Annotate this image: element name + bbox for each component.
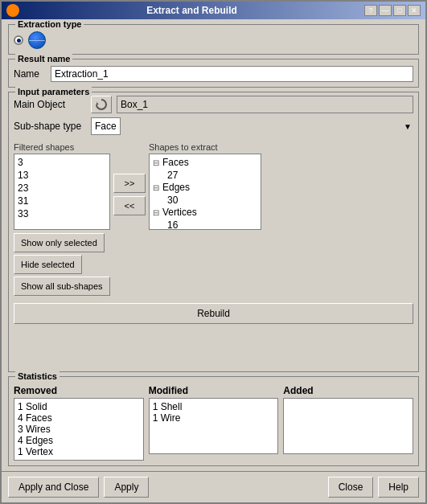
filtered-shapes-col: Filtered shapes 3 13 23 31 33 bbox=[14, 142, 110, 230]
modified-list: 1 Shell 1 Wire bbox=[149, 398, 279, 454]
tree-item-faces: ⊟ Faces bbox=[151, 156, 259, 169]
list-item[interactable]: 13 bbox=[16, 169, 108, 182]
result-name-label: Result name bbox=[15, 54, 72, 64]
expand-icon[interactable]: ⊟ bbox=[153, 158, 161, 167]
tree-faces-count: 27 bbox=[151, 169, 259, 181]
close-btn[interactable]: Close bbox=[328, 477, 374, 498]
list-item[interactable]: 3 bbox=[16, 156, 108, 169]
help-btn[interactable]: Help bbox=[378, 477, 419, 498]
removed-label: Removed bbox=[14, 385, 144, 396]
main-object-display: Box_1 bbox=[117, 96, 413, 113]
maximize-btn[interactable]: □ bbox=[393, 5, 406, 16]
list-item[interactable]: 33 bbox=[16, 207, 108, 220]
extraction-type-label: Extraction type bbox=[15, 19, 84, 29]
subshape-row: Sub-shape type Face ▼ bbox=[14, 117, 413, 135]
shapes-to-extract-label: Shapes to extract bbox=[149, 142, 261, 152]
tree-vertices-label: Vertices bbox=[162, 207, 197, 218]
main-window: Extract and Rebuild ? — □ ✕ Extraction t… bbox=[0, 0, 427, 504]
name-input[interactable] bbox=[51, 66, 413, 82]
shapes-left-area: Filtered shapes 3 13 23 31 33 >> bbox=[14, 142, 261, 230]
select-arrow-icon: ▼ bbox=[404, 122, 412, 131]
tree-edges-count: 30 bbox=[151, 194, 259, 206]
input-params-group: Input parameters Main Object Box_1 Sub-s… bbox=[8, 92, 419, 372]
result-name-group: Result name Name bbox=[8, 59, 419, 88]
content-area: Extraction type Result name Name Input p… bbox=[2, 19, 425, 471]
add-shapes-btn[interactable]: >> bbox=[113, 174, 146, 193]
rebuild-btn[interactable]: Rebuild bbox=[14, 303, 413, 324]
list-item[interactable]: 31 bbox=[16, 195, 108, 207]
tree-item-edges: ⊟ Edges bbox=[151, 181, 259, 194]
extraction-radio[interactable] bbox=[14, 35, 23, 45]
main-object-btn[interactable] bbox=[91, 96, 112, 113]
added-list bbox=[283, 398, 413, 454]
subshape-label: Sub-shape type bbox=[14, 121, 86, 132]
left-panel: Filtered shapes 3 13 23 31 33 >> bbox=[14, 142, 261, 296]
show-all-btn[interactable]: Show all sub-shapes bbox=[14, 277, 110, 296]
tree-faces-label: Faces bbox=[162, 157, 189, 168]
hide-selected-btn[interactable]: Hide selected bbox=[14, 255, 82, 274]
filtered-shapes-list[interactable]: 3 13 23 31 33 bbox=[14, 154, 110, 230]
window-title: Extract and Rebuild bbox=[19, 5, 364, 16]
view-buttons: Show only selected Hide selected Show al… bbox=[14, 233, 261, 296]
apply-btn[interactable]: Apply bbox=[104, 477, 149, 498]
show-selected-btn[interactable]: Show only selected bbox=[14, 233, 105, 252]
tree-item-vertices: ⊟ Vertices bbox=[151, 206, 259, 219]
help-btn[interactable]: ? bbox=[364, 5, 377, 16]
added-label: Added bbox=[283, 385, 413, 396]
subshape-select[interactable]: Face bbox=[91, 117, 121, 135]
statistics-label: Statistics bbox=[15, 371, 60, 381]
expand-icon[interactable]: ⊟ bbox=[153, 208, 161, 217]
tree-vertices-count: 16 bbox=[151, 219, 259, 230]
removed-col: Removed 1 Solid 4 Faces 3 Wires 4 Edges … bbox=[14, 385, 144, 461]
minimize-btn[interactable]: — bbox=[379, 5, 392, 16]
shapes-area: Filtered shapes 3 13 23 31 33 >> bbox=[14, 142, 413, 296]
spacer bbox=[154, 477, 322, 498]
refresh-icon bbox=[95, 98, 108, 111]
tree-edges-label: Edges bbox=[162, 182, 190, 193]
main-object-row: Main Object Box_1 bbox=[14, 96, 413, 113]
expand-icon[interactable]: ⊟ bbox=[153, 183, 161, 192]
titlebar-controls: ? — □ ✕ bbox=[364, 5, 421, 16]
titlebar: Extract and Rebuild ? — □ ✕ bbox=[2, 2, 425, 19]
name-row: Name bbox=[14, 63, 413, 82]
filtered-shapes-label: Filtered shapes bbox=[14, 142, 110, 152]
transfer-buttons: >> << bbox=[113, 142, 146, 230]
remove-shapes-btn[interactable]: << bbox=[113, 196, 146, 215]
apply-close-btn[interactable]: Apply and Close bbox=[8, 477, 99, 498]
app-icon bbox=[6, 4, 19, 17]
list-item[interactable]: 23 bbox=[16, 182, 108, 195]
input-params-label: Input parameters bbox=[15, 87, 92, 96]
modified-col: Modified 1 Shell 1 Wire bbox=[149, 385, 279, 461]
added-col: Added bbox=[283, 385, 413, 461]
extract-tree[interactable]: ⊟ Faces 27 ⊟ Edges 30 ⊟ bbox=[149, 154, 261, 230]
extract-shapes-col: Shapes to extract ⊟ Faces 27 ⊟ Edges bbox=[149, 142, 261, 230]
subshape-select-wrapper: Face ▼ bbox=[91, 117, 413, 135]
svg-marker-0 bbox=[96, 102, 99, 104]
removed-list: 1 Solid 4 Faces 3 Wires 4 Edges 1 Vertex bbox=[14, 398, 144, 461]
globe-icon bbox=[28, 31, 46, 49]
close-btn[interactable]: ✕ bbox=[408, 5, 421, 16]
extraction-type-row bbox=[14, 28, 413, 49]
stats-cols: Removed 1 Solid 4 Faces 3 Wires 4 Edges … bbox=[14, 385, 413, 461]
extraction-type-group: Extraction type bbox=[8, 24, 419, 55]
main-object-label: Main Object bbox=[14, 99, 86, 110]
modified-label: Modified bbox=[149, 385, 279, 396]
bottom-buttons: Apply and Close Apply Close Help bbox=[2, 471, 425, 502]
name-field-label: Name bbox=[14, 68, 46, 80]
statistics-group: Statistics Removed 1 Solid 4 Faces 3 Wir… bbox=[8, 376, 419, 466]
